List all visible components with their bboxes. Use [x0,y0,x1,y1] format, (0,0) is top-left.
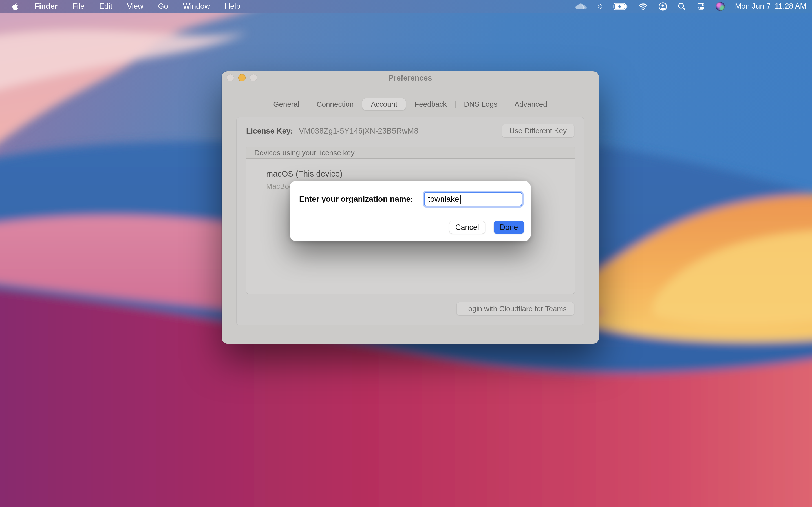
use-different-key-button[interactable]: Use Different Key [502,124,574,137]
search-icon[interactable] [677,2,686,11]
dialog-buttons: Cancel Done [449,221,524,234]
menu-item-view[interactable]: View [127,0,144,13]
title-bar[interactable]: Preferences [221,71,599,85]
desktop: Finder File Edit View Go Window Help [0,0,812,507]
apple-menu[interactable] [11,2,20,11]
devices-list-header: Devices using your license key [246,147,574,159]
tab-dns-logs[interactable]: DNS Logs [456,98,506,110]
menu-item-go[interactable]: Go [158,0,168,13]
cancel-button[interactable]: Cancel [449,221,485,234]
license-key-row: License Key: VM038Zg1-5Y146jXN-23B5RwM8 [246,124,418,137]
traffic-lights [227,74,257,81]
tab-general[interactable]: General [265,98,308,110]
minimize-button[interactable] [238,74,246,81]
cloudflare-icon[interactable] [575,3,587,10]
menu-item-window[interactable]: Window [183,0,210,13]
bluetooth-icon[interactable] [597,2,603,11]
zoom-button[interactable] [250,74,257,81]
siri-icon[interactable] [716,2,725,11]
menu-item-help[interactable]: Help [225,0,241,13]
device-name: macOS (This device) [266,169,574,179]
control-center-icon[interactable] [696,2,706,11]
apple-icon [11,2,20,11]
battery-icon[interactable] [613,3,628,10]
wifi-icon[interactable] [638,3,648,10]
organization-name-input[interactable]: townlake [424,192,522,206]
tab-account[interactable]: Account [362,98,406,110]
login-cloudflare-teams-button[interactable]: Login with Cloudflare for Teams [456,302,574,316]
organization-name-value: townlake [428,194,459,204]
window-title: Preferences [221,71,599,85]
menu-item-finder[interactable]: Finder [35,0,58,13]
license-key-label: License Key: [246,127,293,135]
menu-item-edit[interactable]: Edit [99,0,112,13]
tab-connection[interactable]: Connection [308,98,362,110]
user-icon[interactable] [658,2,667,11]
tab-advanced[interactable]: Advanced [506,98,556,110]
done-button[interactable]: Done [494,221,524,234]
menu-bar-clock[interactable]: Mon Jun 7 11:28 AM [735,0,806,13]
license-key-value: VM038Zg1-5Y146jXN-23B5RwM8 [299,127,418,135]
preferences-tabs: General Connection Account Feedback DNS … [221,98,599,110]
close-button[interactable] [227,74,234,81]
dialog-prompt: Enter your organization name: [299,192,413,206]
menu-bar: Finder File Edit View Go Window Help [0,0,812,13]
text-caret [460,194,461,204]
menu-item-file[interactable]: File [72,0,85,13]
organization-name-dialog: Enter your organization name: townlake C… [290,180,531,241]
tab-feedback[interactable]: Feedback [406,98,455,110]
